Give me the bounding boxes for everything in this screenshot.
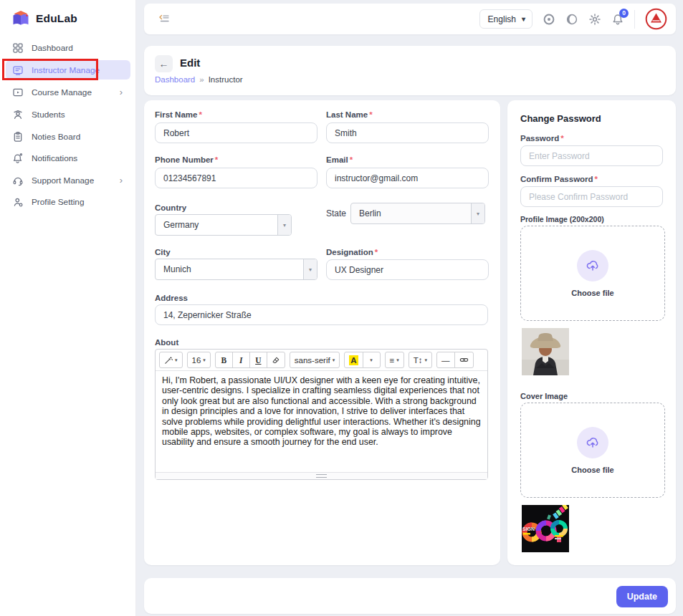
sidebar-item-label: Profile Setting — [32, 197, 84, 207]
eraser-button[interactable] — [267, 352, 285, 368]
students-icon — [12, 109, 24, 120]
fullscreen-eye-icon[interactable] — [543, 13, 555, 26]
sidebar-item-profile-setting[interactable]: Profile Setting — [6, 192, 130, 211]
designation-label: Designation* — [326, 248, 378, 256]
sidebar-item-instructor-manage[interactable]: Instructor Manage — [6, 60, 130, 80]
sidebar: EduLab Dashboard Instructor Manage — [0, 0, 136, 616]
about-text[interactable]: Hi, I'm Robert, a passionate UI/UX desig… — [156, 371, 487, 472]
country-label: Country — [155, 203, 186, 212]
choose-file-text: Choose file — [571, 466, 613, 474]
sidebar-item-notifications[interactable]: Notifications — [6, 148, 130, 168]
city-label: City — [155, 248, 171, 256]
about-rich-text-editor: ▾ 16▾ B I U sans-serif▾ A ▾ — [155, 349, 488, 480]
paragraph-button[interactable]: ≡▾ — [385, 352, 404, 368]
chevron-down-icon: ▾ — [471, 203, 484, 223]
profile-image-dropzone[interactable]: Choose file — [520, 226, 665, 321]
country-value: Germany — [156, 220, 277, 230]
horizontal-rule-button[interactable]: — — [436, 352, 455, 368]
headset-icon — [12, 175, 24, 186]
profile-image-thumbnail — [522, 328, 569, 375]
chevron-down-icon: ▾ — [277, 215, 291, 235]
upload-cloud-icon — [577, 250, 608, 281]
city-select[interactable]: Munich ▾ — [155, 259, 317, 280]
edulab-logo-icon — [11, 10, 30, 27]
chevron-right-icon: › — [120, 175, 123, 186]
insert-button-group: — — [436, 352, 474, 368]
state-value: Berlin — [351, 208, 471, 218]
sidebar-item-label: Noties Board — [32, 132, 80, 142]
editor-toolbar: ▾ 16▾ B I U sans-serif▾ A ▾ — [156, 350, 487, 371]
instructor-form-card: First Name* Last Name* Phone Number* Ema… — [144, 100, 500, 565]
sidebar-item-label: Notifications — [32, 153, 77, 163]
topbar: English ▾ 0 — [144, 4, 676, 34]
page-header-card: ← Edit Dashboard » Instructor — [144, 46, 676, 95]
email-label: Email* — [326, 155, 353, 164]
language-select[interactable]: English ▾ — [479, 9, 532, 29]
address-input[interactable] — [155, 304, 488, 325]
cover-image-thumbnail: SIGN — [522, 505, 569, 552]
phone-input[interactable] — [155, 168, 317, 188]
change-password-card: Change Password Password* Confirm Passwo… — [507, 100, 676, 565]
sidebar-item-students[interactable]: Students — [6, 105, 130, 124]
upload-cloud-icon — [577, 427, 608, 458]
bold-button[interactable]: B — [215, 352, 233, 368]
clipboard-icon — [12, 131, 24, 143]
chevron-down-icon: ▾ — [303, 259, 317, 279]
cover-image-dropzone[interactable]: Choose file — [520, 403, 665, 498]
chevron-right-icon: › — [120, 87, 123, 97]
link-button[interactable] — [454, 352, 474, 368]
sidebar-item-label: Instructor Manage — [32, 65, 100, 75]
grid-icon — [12, 42, 24, 54]
state-select[interactable]: Berlin ▾ — [350, 203, 485, 224]
password-label: Password* — [520, 134, 564, 143]
first-name-label: First Name* — [155, 110, 202, 119]
choose-file-text: Choose file — [571, 289, 613, 297]
sidebar-item-label: Course Manage — [32, 87, 92, 97]
country-select[interactable]: Germany ▾ — [155, 214, 292, 236]
sidebar-item-course-manage[interactable]: Course Manage › — [6, 82, 130, 102]
app: EduLab Dashboard Instructor Manage — [0, 0, 683, 616]
sidebar-item-label: Students — [32, 110, 65, 120]
font-size-button[interactable]: 16▾ — [187, 352, 211, 368]
line-height-button[interactable]: T↕▾ — [409, 352, 432, 368]
underline-button[interactable]: U — [249, 352, 267, 368]
font-color-button[interactable]: A — [344, 352, 363, 368]
sidebar-item-dashboard[interactable]: Dashboard — [6, 38, 130, 57]
sidebar-item-noties-board[interactable]: Noties Board — [6, 127, 130, 146]
email-input[interactable] — [326, 168, 489, 188]
designation-input[interactable] — [326, 259, 489, 280]
brand[interactable]: EduLab — [11, 10, 77, 27]
topbar-actions: English ▾ 0 — [479, 4, 672, 34]
editor-resize-handle[interactable] — [156, 472, 487, 479]
font-family-button[interactable]: sans-serif▾ — [290, 352, 340, 368]
confirm-password-input[interactable] — [520, 186, 663, 207]
back-button[interactable]: ← — [155, 55, 173, 72]
form-actions-card: Update — [144, 578, 676, 614]
style-magic-button[interactable]: ▾ — [159, 352, 183, 368]
avatar[interactable] — [645, 8, 667, 30]
notifications-bell[interactable]: 0 — [611, 13, 624, 26]
language-value: English — [488, 14, 516, 24]
profile-image-label: Profile Image (200x200) — [520, 215, 604, 223]
user-gear-icon — [12, 196, 24, 208]
italic-button[interactable]: I — [232, 352, 250, 368]
gear-icon[interactable] — [588, 13, 601, 26]
last-name-label: Last Name* — [326, 110, 373, 119]
address-label: Address — [155, 294, 188, 302]
sidebar-item-support-manage[interactable]: Support Manage › — [6, 170, 130, 190]
last-name-input[interactable] — [326, 122, 489, 143]
first-name-input[interactable] — [155, 122, 317, 143]
sidebar-item-label: Support Manage — [32, 175, 94, 186]
breadcrumb-dashboard-link[interactable]: Dashboard — [155, 75, 195, 84]
font-color-dropdown[interactable]: ▾ — [363, 352, 381, 368]
color-button-group: A ▾ — [344, 352, 380, 368]
phone-label: Phone Number* — [155, 155, 218, 164]
sidebar-collapse-icon[interactable] — [158, 13, 171, 24]
notification-count-badge: 0 — [619, 9, 629, 18]
update-button[interactable]: Update — [616, 586, 668, 607]
state-label: State — [326, 208, 346, 218]
password-input[interactable] — [520, 145, 663, 166]
format-button-group: B I U — [215, 352, 285, 368]
dark-mode-icon[interactable] — [565, 13, 578, 26]
breadcrumb: Dashboard » Instructor — [155, 75, 243, 84]
